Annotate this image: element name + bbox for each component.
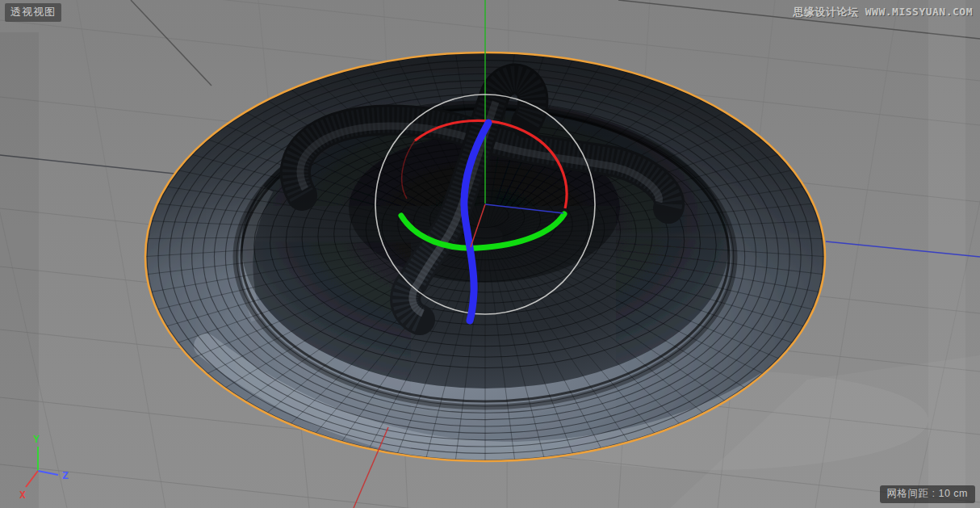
watermark-text: 思缘设计论坛 WWW.MISSYUAN.COM (793, 5, 973, 19)
grid-spacing-status: 网格间距 : 10 cm (880, 485, 975, 503)
widget-z-label: Z (62, 469, 69, 481)
widget-x-axis (26, 471, 38, 487)
axis-orientation-widget: Y Z X (0, 427, 97, 508)
perspective-viewport[interactable]: 透视视图 思缘设计论坛 WWW.MISSYUAN.COM 网格间距 : 10 c… (0, 0, 980, 508)
widget-y-label: Y (33, 433, 40, 445)
scene-canvas[interactable] (0, 0, 980, 508)
view-name-label[interactable]: 透视视图 (5, 3, 61, 22)
widget-z-axis (38, 471, 58, 475)
widget-x-label: X (19, 489, 26, 501)
